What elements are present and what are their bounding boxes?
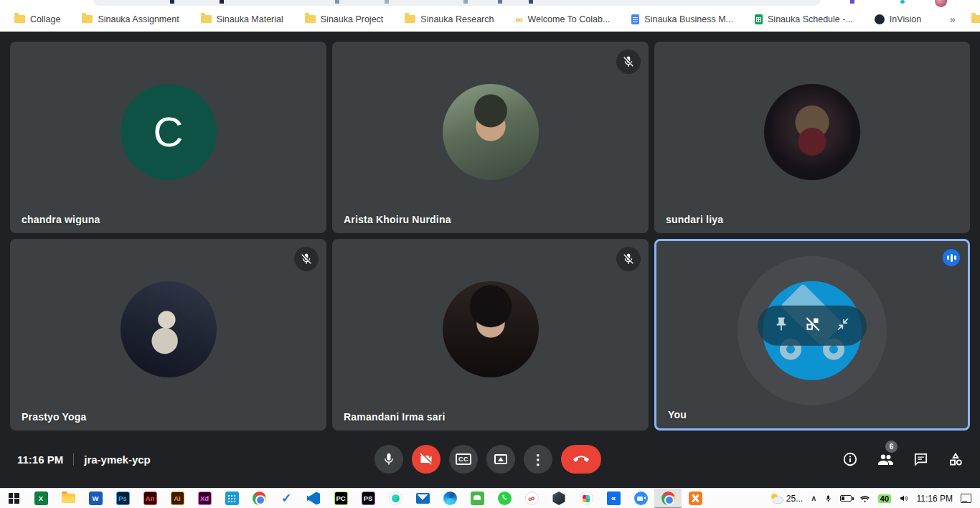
participant-name: You	[668, 409, 687, 420]
word-icon: W	[89, 491, 103, 505]
meeting-panel-controls: 6	[842, 451, 964, 468]
battery-percent-badge[interactable]: 40	[878, 494, 890, 503]
google-docs-icon	[631, 14, 639, 24]
participant-tile-ramandani[interactable]: Ramandani Irma sari	[332, 239, 649, 431]
xampp-icon	[689, 491, 702, 505]
bookmark-sinauka-research[interactable]: Sinauka Research	[405, 14, 494, 24]
pin-icon[interactable]	[773, 316, 789, 335]
taskbar-hexagon-app[interactable]	[545, 489, 573, 508]
bookmark-welcome-to-colab[interactable]: Welcome To Colab...	[515, 14, 610, 24]
tray-microphone-icon[interactable]	[824, 494, 832, 504]
bookmark-label: Sinauka Assignment	[98, 14, 179, 24]
phpstorm-icon: PS	[362, 491, 375, 505]
taskbar-file-explorer[interactable]	[55, 489, 82, 508]
action-center-button[interactable]	[961, 494, 971, 503]
blue-dots-app-icon	[225, 491, 239, 505]
weather-widget[interactable]: 25...	[771, 494, 803, 504]
taskbar-vscode[interactable]	[300, 489, 327, 508]
taskbar-android-emulator[interactable]	[463, 489, 491, 508]
taskbar-word[interactable]: W	[82, 489, 109, 508]
taskbar-adobe-xd[interactable]: Xd	[191, 489, 218, 508]
extension-icon-fragment	[900, 0, 905, 4]
mail-icon	[416, 493, 430, 504]
tray-battery-icon[interactable]	[840, 495, 852, 502]
taskbar-chrome[interactable]	[245, 489, 273, 508]
avatar-ring	[738, 255, 887, 405]
meeting-details-button[interactable]	[842, 451, 859, 468]
taskbar-oc-app[interactable]: ∝	[600, 489, 627, 508]
participant-tile-sundari[interactable]: sundari liya	[654, 42, 970, 233]
taskbar-illustrator[interactable]: Ai	[164, 489, 191, 508]
activities-button[interactable]	[947, 451, 964, 468]
camera-toggle-button[interactable]	[412, 445, 440, 474]
mic-muted-icon	[616, 50, 641, 74]
taskbar-blue-dots-app[interactable]	[218, 489, 245, 508]
present-button[interactable]	[486, 445, 515, 474]
mic-toggle-button[interactable]	[374, 445, 403, 474]
call-controls: CC	[374, 445, 601, 474]
bookmark-collage[interactable]: Collage	[14, 14, 60, 24]
excel-icon: X	[34, 491, 48, 505]
taskbar-phpstorm[interactable]: PS	[354, 489, 382, 508]
chat-button[interactable]	[912, 451, 929, 468]
taskbar-clock[interactable]: 11:16 PM	[917, 494, 953, 504]
remove-tile-grid-off-icon[interactable]	[804, 315, 822, 337]
taskbar-photoshop[interactable]: Ps	[109, 489, 136, 508]
tray-overflow-chevron-icon[interactable]	[811, 494, 816, 503]
temperature-label: 25...	[786, 494, 803, 504]
adobe-xd-icon: Xd	[198, 491, 212, 505]
mic-muted-icon	[616, 247, 641, 271]
taskbar-chrome-active-window[interactable]	[654, 489, 682, 508]
slack-icon	[580, 491, 593, 505]
participant-tile-you[interactable]: You	[654, 239, 970, 431]
bookmark-sinauka-material[interactable]: Sinauka Material	[201, 14, 283, 24]
other-bookmarks-button[interactable]: Other bookmarks	[971, 14, 980, 24]
taskbar-whatsapp[interactable]	[491, 489, 518, 508]
avatar-photo	[443, 281, 539, 377]
minimize-tile-icon[interactable]	[837, 317, 851, 334]
bookmark-sinauka-project[interactable]: Sinauka Project	[305, 14, 384, 24]
bookmarks-overflow-chevron-icon[interactable]: »	[943, 14, 963, 25]
meeting-clock: 11:16 PM	[17, 453, 63, 466]
participant-name: Prastyo Yoga	[22, 411, 87, 423]
participant-name: chandra wiguna	[22, 214, 100, 225]
more-dots-icon	[532, 451, 545, 468]
participants-button[interactable]: 6	[877, 451, 894, 468]
taskbar-mail[interactable]	[409, 489, 436, 508]
taskbar-xampp[interactable]	[682, 489, 709, 508]
tray-wifi-icon[interactable]	[859, 494, 870, 503]
bookmark-invision[interactable]: InVision	[875, 14, 921, 24]
folder-icon	[405, 15, 415, 23]
invision-icon	[875, 14, 885, 24]
address-bar-bottom-edge[interactable]	[93, 0, 821, 6]
taskbar-edge[interactable]	[436, 489, 463, 508]
tray-speaker-icon[interactable]	[899, 494, 909, 503]
weather-icon	[771, 494, 783, 504]
bookmark-sinauka-schedule[interactable]: Sinauka Schedule -...	[755, 14, 853, 24]
leave-call-button[interactable]	[561, 445, 601, 474]
taskbar-red-loop-app[interactable]	[518, 489, 545, 508]
tab-favicon-fragment	[529, 0, 533, 4]
taskbar-android-studio[interactable]	[382, 489, 409, 508]
taskbar-zoom[interactable]	[627, 489, 654, 508]
start-button[interactable]	[0, 489, 27, 508]
folder-icon	[14, 15, 25, 23]
avatar: C	[121, 83, 217, 179]
bookmark-label: Sinauka Business M...	[644, 14, 733, 24]
whatsapp-icon	[498, 491, 512, 505]
more-options-button[interactable]	[524, 445, 552, 474]
tab-favicon-fragment	[385, 0, 389, 4]
taskbar-excel[interactable]: X	[27, 489, 55, 508]
taskbar-slack[interactable]	[573, 489, 600, 508]
taskbar-pycharm[interactable]: PC	[327, 489, 354, 508]
participant-tile-arista[interactable]: Arista Khoiru Nurdina	[332, 42, 649, 233]
participant-tile-chandra[interactable]: C chandra wiguna	[10, 42, 326, 233]
taskbar-todo[interactable]	[273, 489, 300, 508]
tab-favicon-fragment	[335, 0, 339, 4]
bookmark-sinauka-business[interactable]: Sinauka Business M...	[631, 14, 733, 24]
taskbar-animate[interactable]: An	[136, 489, 164, 508]
bookmark-sinauka-assignment[interactable]: Sinauka Assignment	[82, 14, 179, 24]
participant-tile-prastyo[interactable]: Prastyo Yoga	[10, 239, 326, 431]
captions-button[interactable]: CC	[449, 445, 478, 474]
meeting-info: 11:16 PM jra-ymek-ycp	[17, 453, 151, 466]
